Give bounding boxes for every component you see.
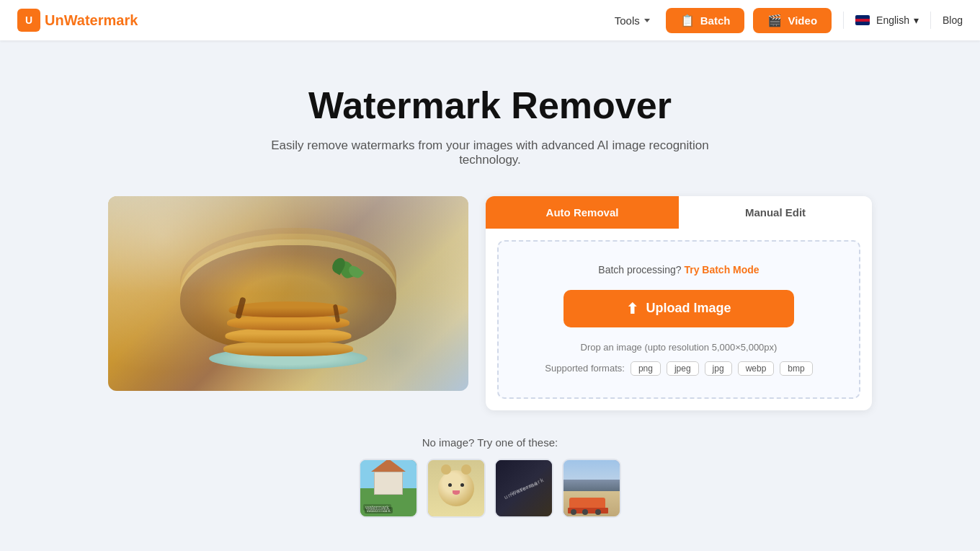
nav-separator: [843, 12, 844, 29]
sample-image-1[interactable]: watermark: [359, 459, 418, 518]
formats-label: Supported formats:: [545, 363, 625, 374]
tab-manual-edit[interactable]: Manual Edit: [679, 196, 872, 229]
format-png: png: [631, 361, 661, 376]
sample-image-4[interactable]: [562, 459, 621, 518]
logo-text: UnWatermark: [45, 12, 138, 29]
tab-auto-removal[interactable]: Auto Removal: [486, 196, 679, 229]
pancake-image: [108, 196, 468, 391]
samples-section: No image? Try one of these: watermark: [75, 436, 905, 518]
sample-image-3[interactable]: unwatermark: [494, 459, 553, 518]
video-button[interactable]: 🎬 Video: [753, 8, 832, 33]
lang-chevron-icon: ▾: [914, 14, 919, 26]
page-title: Watermark Remover: [308, 84, 672, 127]
samples-label: No image? Try one of these:: [422, 436, 558, 449]
batch-icon: 📋: [680, 14, 695, 27]
language-button[interactable]: English ▾: [855, 14, 919, 26]
upload-image-button[interactable]: ⬆ Upload Image: [564, 290, 794, 327]
format-webp: webp: [738, 361, 775, 376]
video-icon: 🎬: [767, 14, 782, 27]
nav-right: Tools 📋 Batch 🎬 Video English ▾ Blog: [607, 8, 963, 33]
tools-button[interactable]: Tools: [607, 10, 657, 31]
demo-image-preview: [108, 196, 468, 391]
format-bmp: bmp: [780, 361, 812, 376]
sample-image-2[interactable]: [427, 459, 486, 518]
upload-panel: Auto Removal Manual Edit Batch processin…: [486, 196, 872, 410]
logo-icon: U: [17, 9, 40, 32]
content-area: Auto Removal Manual Edit Batch processin…: [108, 196, 872, 410]
tabs-row: Auto Removal Manual Edit: [486, 196, 872, 229]
upload-drop-zone[interactable]: Batch processing? Try Batch Mode ⬆ Uploa…: [497, 240, 860, 399]
format-jpeg: jpeg: [667, 361, 699, 376]
page-subtitle: Easily remove watermarks from your image…: [245, 138, 735, 167]
formats-row: Supported formats: png jpeg jpg webp bmp: [545, 361, 812, 376]
batch-hint-text: Batch processing? Try Batch Mode: [598, 264, 759, 276]
blog-link[interactable]: Blog: [943, 14, 963, 26]
main-content: Watermark Remover Easily remove watermar…: [58, 40, 922, 547]
samples-row: watermark: [359, 459, 621, 518]
batch-mode-link[interactable]: Try Batch Mode: [684, 264, 759, 276]
upload-icon: ⬆: [626, 300, 638, 317]
nav-separator-2: [930, 12, 931, 29]
batch-button[interactable]: 📋 Batch: [666, 8, 745, 33]
logo[interactable]: U UnWatermark: [17, 9, 138, 32]
drop-hint-text: Drop an image (upto resolution 5,000×5,0…: [581, 342, 778, 353]
flag-icon: [855, 15, 870, 25]
format-jpg: jpg: [705, 361, 732, 376]
navbar: U UnWatermark Tools 📋 Batch 🎬 Video Engl…: [0, 0, 980, 40]
chevron-down-icon: [644, 19, 650, 22]
